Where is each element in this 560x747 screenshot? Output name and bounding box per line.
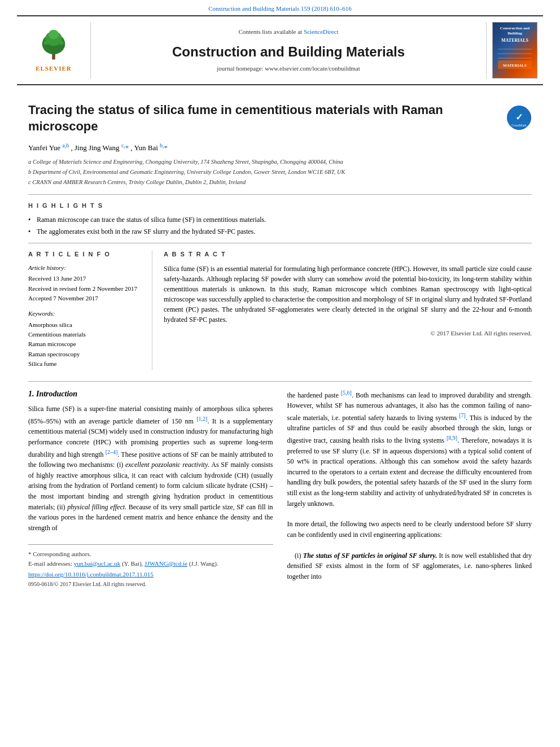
elsevier-logo-area: ELSEVIER — [17, 22, 90, 78]
journal-ref-text: Construction and Building Materials 159 … — [208, 5, 352, 12]
author-yun-star: * — [164, 143, 168, 152]
issn-line: 0950-0618/© 2017 Elsevier Ltd. All right… — [28, 580, 273, 588]
revised-date: Received in revised form 2 November 2017 — [28, 285, 143, 293]
article-history: Article history: Received 13 June 2017 R… — [28, 264, 143, 303]
doi-link[interactable]: https://doi.org/10.1016/j.conbuildmat.20… — [28, 571, 154, 578]
corresponding-text: * Corresponding authors. — [28, 549, 273, 559]
right-col-list-i: (i) The status of SF particles in origin… — [287, 551, 532, 582]
article-content: ✓ CrossMark Tracing the status of silica… — [0, 85, 560, 599]
contents-text: Contents lists available at — [238, 28, 302, 35]
authors-line: Yanfei Yue a,b , Jing Jing Wang c,* , Yu… — [28, 142, 532, 154]
keywords-section: Keywords: Amorphous silica Cementitious … — [28, 309, 143, 368]
right-col-para1: the hardened paste [5,6]. Both mechanism… — [287, 388, 532, 509]
page: Construction and Building Materials 159 … — [0, 0, 560, 747]
received-date: Received 13 June 2017 — [28, 274, 143, 283]
email1-name: (Y. Bai), — [122, 560, 143, 567]
ref-8-9: [8,9] — [447, 435, 457, 441]
corresponding-label: * Corresponding authors. — [28, 551, 91, 557]
crossmark-icon: ✓ CrossMark — [506, 105, 532, 130]
highlight-2: The agglomerates exist both in the raw S… — [28, 227, 532, 237]
header-center: Contents lists available at ScienceDirec… — [90, 22, 487, 78]
svg-text:MATERIALS: MATERIALS — [503, 63, 527, 68]
body-two-col: 1. Introduction Silica fume (SF) is a su… — [28, 388, 532, 588]
sciencedirect-link[interactable]: ScienceDirect — [304, 28, 339, 35]
email-line: E-mail addresses: yun.bai@ucl.ac.uk (Y. … — [28, 559, 273, 569]
abstract-label: A B S T R A C T — [164, 250, 532, 259]
article-title: Tracing the status of silica fume in cem… — [28, 102, 532, 134]
keyword-4: Raman spectroscopy — [28, 350, 143, 359]
email-label: E-mail addresses: — [28, 560, 72, 567]
keywords-label: Keywords: — [28, 309, 143, 318]
affiliation-b: b Department of Civil, Environmental and… — [28, 168, 532, 177]
abstract-column: A B S T R A C T Silica fume (SF) is an e… — [164, 250, 532, 369]
svg-point-6 — [43, 45, 46, 48]
author-yun-sup: b, — [160, 142, 164, 148]
cover-image: MATERIALS — [495, 43, 535, 72]
copyright-line: © 2017 Elsevier Ltd. All rights reserved… — [164, 329, 532, 338]
contents-line: Contents lists available at ScienceDirec… — [238, 28, 338, 36]
keyword-3: Raman microscope — [28, 340, 143, 348]
affiliations: a College of Materials Science and Engin… — [28, 158, 532, 186]
elsevier-tree-icon — [31, 28, 76, 62]
right-col-para2: In more detail, the following two aspect… — [287, 519, 532, 540]
svg-point-7 — [62, 45, 65, 48]
separator1: , Jing Jing Wang — [71, 143, 121, 152]
cover-main-text: MATERIALS — [501, 38, 528, 43]
cover-top-text: Construction and Building — [495, 26, 535, 36]
intro-para1: Silica fume (SF) is a super-fine materia… — [28, 404, 273, 533]
email1-link[interactable]: yun.bai@ucl.ac.uk — [74, 560, 121, 567]
ref-2-4: [2–4] — [106, 449, 118, 455]
title-area: ✓ CrossMark Tracing the status of silica… — [28, 102, 532, 134]
article-info-label: A R T I C L E I N F O — [28, 250, 143, 259]
journal-title: Construction and Building Materials — [172, 42, 405, 62]
separator2: , Yun Bai — [131, 143, 160, 152]
crossmark-badge: ✓ CrossMark — [506, 105, 532, 133]
abstract-body: Silica fume (SF) is an essential materia… — [164, 265, 532, 324]
keyword-2: Cementitious materials — [28, 330, 143, 339]
ref-5-6: [5,6] — [341, 390, 352, 396]
footnote-area: * Corresponding authors. E-mail addresse… — [28, 544, 273, 588]
accepted-date: Accepted 7 November 2017 — [28, 294, 143, 303]
keyword-1: Amorphous silica — [28, 321, 143, 329]
journal-cover: Construction and Building MATERIALS MATE… — [492, 22, 537, 78]
article-info-abstract: A R T I C L E I N F O Article history: R… — [28, 250, 532, 369]
highlights-label: H I G H L I G H T S — [28, 202, 532, 210]
svg-point-4 — [43, 41, 47, 45]
highlight-1: Raman microscope can trace the status of… — [28, 215, 532, 225]
affiliation-c: c CRANN and AMBER Research Centres, Trin… — [28, 178, 532, 187]
abstract-text: Silica fume (SF) is an essential materia… — [164, 264, 532, 325]
journal-cover-area: Construction and Building MATERIALS MATE… — [487, 22, 543, 78]
intro-heading: 1. Introduction — [28, 388, 273, 400]
ref-7: [7] — [459, 412, 466, 418]
author-jing-sup: c, — [121, 142, 125, 148]
author-jing-star: * — [125, 143, 129, 152]
author-yanfei-sup: a,b — [62, 142, 69, 148]
divider-1 — [28, 194, 532, 195]
homepage-line: journal homepage: www.elsevier.com/locat… — [217, 64, 360, 73]
affiliation-a: a College of Materials Science and Engin… — [28, 158, 532, 167]
author-yanfei: Yanfei Yue — [28, 143, 62, 152]
divider-3 — [28, 381, 532, 382]
email2-link[interactable]: JJWANG@tcd.ie — [145, 560, 187, 567]
journal-header: ELSEVIER Contents lists available at Sci… — [17, 15, 543, 85]
journal-reference: Construction and Building Materials 159 … — [0, 0, 560, 15]
elsevier-logo: ELSEVIER — [31, 28, 76, 73]
history-label: Article history: — [28, 264, 143, 272]
email2-name: (J.J. Wang). — [189, 560, 218, 567]
homepage-text: journal homepage: www.elsevier.com/locat… — [217, 65, 360, 72]
ref-1-2: [1,2] — [196, 416, 207, 422]
body-left-col: 1. Introduction Silica fume (SF) is a su… — [28, 388, 273, 588]
doi-line: https://doi.org/10.1016/j.conbuildmat.20… — [28, 570, 273, 579]
svg-text:CrossMark: CrossMark — [511, 124, 527, 127]
highlights-section: H I G H L I G H T S Raman microscope can… — [28, 202, 532, 236]
svg-text:✓: ✓ — [515, 112, 523, 122]
elsevier-text: ELSEVIER — [36, 64, 72, 73]
keyword-5: Silica fume — [28, 360, 143, 368]
body-right-col: the hardened paste [5,6]. Both mechanism… — [287, 388, 532, 588]
article-info-column: A R T I C L E I N F O Article history: R… — [28, 250, 152, 369]
svg-point-3 — [49, 29, 59, 39]
divider-2 — [28, 243, 532, 243]
svg-point-5 — [59, 41, 63, 45]
